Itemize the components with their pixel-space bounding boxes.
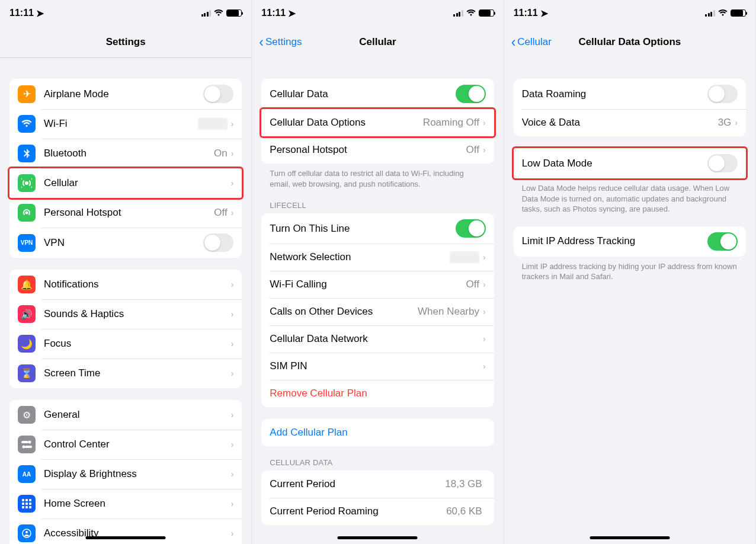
add-plan-group: Add Cellular Plan (261, 419, 494, 446)
row-personal-hotspot[interactable]: Personal HotspotOff› (9, 198, 242, 228)
row-vpn[interactable]: VPNVPN (9, 228, 242, 258)
toggle-low-data-mode[interactable] (707, 154, 738, 172)
row-sim-pin[interactable]: SIM PIN› (261, 353, 494, 380)
row-bluetooth[interactable]: BluetoothOn› (9, 139, 242, 168)
chevron-right-icon: › (483, 252, 486, 262)
row-cellular[interactable]: Cellular› (9, 168, 242, 198)
status-bar: 11:11➤ (504, 0, 755, 26)
row-label: Data Roaming (522, 88, 707, 100)
row-label: Personal Hotspot (270, 144, 466, 156)
cellular-signal-icon (201, 10, 212, 17)
row-home-screen[interactable]: Home Screen› (9, 489, 242, 519)
chevron-right-icon: › (231, 499, 234, 508)
hotspot-icon (18, 204, 36, 222)
battery-icon (479, 9, 494, 17)
toggle-data-roaming[interactable] (707, 85, 738, 103)
row-voice-data[interactable]: Voice & Data3G› (514, 109, 746, 136)
row-wi-fi[interactable]: Wi-Fi› (9, 109, 242, 139)
row-network-selection[interactable]: Network Selection› (261, 244, 494, 271)
home-indicator[interactable] (590, 536, 669, 539)
row-label: Add Cellular Plan (270, 427, 485, 439)
chevron-right-icon: › (483, 118, 486, 127)
status-icons (201, 8, 242, 18)
settings-content[interactable]: ✈︎Airplane ModeWi-Fi›BluetoothOn›Cellula… (0, 58, 251, 544)
row-notifications[interactable]: 🔔Notifications› (9, 270, 242, 299)
row-label: Personal Hotspot (44, 207, 214, 219)
grid-icon (18, 495, 36, 513)
chevron-right-icon: › (231, 119, 234, 129)
blurred-value (450, 251, 479, 263)
row-label: Calls on Other Devices (270, 306, 418, 318)
toggle-turn-on-this-line[interactable] (456, 219, 486, 238)
row-label: Notifications (44, 279, 231, 290)
bluetooth-icon (18, 145, 36, 162)
home-indicator[interactable] (86, 536, 166, 539)
row-wi-fi-calling[interactable]: Wi-Fi CallingOff› (261, 271, 494, 298)
row-control-center[interactable]: Control Center› (9, 430, 242, 459)
chevron-right-icon: › (231, 369, 234, 378)
svg-point-2 (28, 441, 31, 444)
svg-rect-11 (22, 506, 24, 508)
row-general[interactable]: ⚙︎General› (9, 400, 242, 430)
chevron-right-icon: › (231, 178, 234, 188)
row-data-roaming[interactable]: Data Roaming (514, 79, 746, 109)
low-data-group: Low Data Mode (514, 148, 746, 178)
row-airplane-mode[interactable]: ✈︎Airplane Mode (9, 79, 242, 109)
toggle-airplane-mode[interactable] (203, 85, 233, 103)
gear-icon: ⚙︎ (18, 406, 36, 424)
row-cellular-data-network[interactable]: Cellular Data Network› (261, 325, 494, 353)
home-indicator[interactable] (338, 536, 418, 539)
moon-icon: 🌙 (18, 335, 36, 353)
row-low-data-mode[interactable]: Low Data Mode (514, 148, 746, 178)
aa-icon: AA (18, 465, 36, 483)
cellular-signal-icon (705, 10, 715, 17)
chevron-right-icon: › (483, 361, 486, 371)
row-cellular-data[interactable]: Cellular Data (261, 79, 494, 109)
toggle-cellular-data[interactable] (456, 85, 486, 103)
battery-icon (226, 9, 242, 17)
row-label: Sounds & Haptics (44, 308, 231, 320)
svg-rect-3 (25, 446, 32, 448)
back-button[interactable]: ‹Cellular (511, 36, 552, 49)
nav-bar: Settings (0, 26, 251, 58)
row-remove-cellular-plan[interactable]: Remove Cellular Plan (261, 380, 494, 407)
row-label: Current Period Roaming (270, 505, 446, 517)
row-turn-on-this-line[interactable]: Turn On This Line (261, 213, 494, 244)
carrier-header: LIFECELL (252, 189, 503, 213)
toggle-limit-ip-address-tracking[interactable] (707, 232, 738, 251)
row-cellular-data-options[interactable]: Cellular Data OptionsRoaming Off› (261, 109, 494, 136)
row-screen-time[interactable]: ⌛Screen Time› (9, 359, 242, 388)
carrier-group: Turn On This LineNetwork Selection›Wi-Fi… (261, 213, 494, 407)
row-label: Airplane Mode (44, 88, 203, 100)
chevron-right-icon: › (231, 149, 234, 158)
back-button[interactable]: ‹Settings (259, 36, 302, 49)
row-sounds-haptics[interactable]: 🔊Sounds & Haptics› (9, 299, 242, 329)
usage-header: CELLULAR DATA (252, 446, 503, 471)
row-personal-hotspot[interactable]: Personal HotspotOff› (261, 136, 494, 164)
row-accessibility[interactable]: Accessibility› (9, 519, 242, 544)
row-limit-ip-address-tracking[interactable]: Limit IP Address Tracking (514, 226, 746, 257)
row-value: Off (466, 144, 479, 156)
status-time: 11:11 (9, 8, 34, 18)
connectivity-group: ✈︎Airplane ModeWi-Fi›BluetoothOn›Cellula… (9, 79, 242, 258)
row-label: Display & Brightness (44, 468, 231, 480)
low-data-footer: Low Data Mode helps reduce cellular data… (504, 178, 755, 215)
status-bar: 11:11➤ (0, 0, 251, 26)
status-icons (705, 8, 746, 18)
row-focus[interactable]: 🌙Focus› (9, 329, 242, 359)
row-add-cellular-plan[interactable]: Add Cellular Plan (261, 419, 494, 446)
row-calls-on-other-devices[interactable]: Calls on Other DevicesWhen Nearby› (261, 298, 494, 325)
row-label: Remove Cellular Plan (270, 388, 485, 399)
row-value: Off (466, 279, 479, 290)
svg-rect-13 (29, 506, 31, 508)
toggle-vpn[interactable] (203, 233, 233, 252)
row-label: Screen Time (44, 367, 231, 379)
row-label: Cellular Data (270, 88, 455, 100)
row-display-brightness[interactable]: AADisplay & Brightness› (9, 459, 242, 489)
screen-cellular: 11:11➤ ‹Settings Cellular Cellular DataC… (252, 0, 504, 544)
row-value: Off (214, 207, 227, 219)
svg-rect-8 (22, 503, 24, 505)
chevron-right-icon: › (231, 280, 234, 289)
cellular-content[interactable]: Cellular DataCellular Data OptionsRoamin… (252, 58, 503, 544)
options-content[interactable]: Data RoamingVoice & Data3G› Low Data Mod… (504, 58, 755, 544)
